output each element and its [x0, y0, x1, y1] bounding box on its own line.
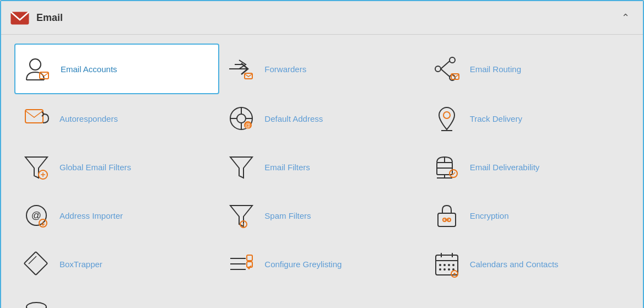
svg-text:@: @	[245, 122, 251, 128]
svg-marker-28	[230, 157, 252, 178]
email-accounts-icon	[22, 53, 53, 84]
address-importer-icon: @	[21, 200, 52, 231]
svg-point-9	[435, 66, 441, 72]
item-encryption[interactable]: Encryption	[425, 191, 630, 240]
svg-point-61	[439, 268, 441, 271]
svg-point-57	[439, 264, 441, 266]
item-configure-greylisting[interactable]: Configure Greylisting	[219, 240, 424, 288]
item-email-routing[interactable]: Email Routing	[425, 44, 630, 94]
forwarders-icon	[226, 53, 257, 84]
email-filters-icon	[226, 152, 257, 182]
boxtrapper-label: BoxTrapper	[59, 260, 102, 269]
global-email-filters-icon	[21, 152, 52, 182]
calendars-and-contacts-label: Calendars and Contacts	[470, 260, 559, 269]
panel-title: Email	[36, 12, 63, 24]
svg-marker-39	[230, 206, 252, 226]
panel-body: Email Accounts Forwarders	[1, 35, 643, 308]
item-email-filters[interactable]: Email Filters	[219, 143, 424, 191]
spam-filters-label: Spam Filters	[264, 211, 311, 220]
svg-line-11	[441, 69, 450, 77]
item-forwarders[interactable]: Forwarders	[219, 44, 424, 94]
address-importer-label: Address Importer	[59, 211, 123, 220]
autoresponders-icon	[21, 103, 52, 134]
item-boxtrapper[interactable]: BoxTrapper	[14, 240, 219, 288]
email-accounts-label: Email Accounts	[61, 64, 117, 74]
svg-rect-51	[247, 255, 252, 261]
item-email-accounts[interactable]: Email Accounts	[14, 44, 219, 94]
svg-point-1	[30, 59, 41, 70]
calendars-and-contacts-icon	[431, 248, 462, 279]
item-global-email-filters[interactable]: Global Email Filters	[14, 143, 219, 191]
item-default-address[interactable]: @ Default Address	[219, 94, 424, 143]
svg-point-15	[237, 114, 246, 123]
item-email-disk-usage[interactable]: Email Disk Usage	[14, 288, 219, 308]
collapse-button[interactable]: ⌃	[617, 9, 634, 26]
svg-point-60	[452, 264, 454, 266]
email-filters-label: Email Filters	[264, 163, 310, 172]
svg-point-66	[453, 273, 456, 275]
configure-greylisting-label: Configure Greylisting	[264, 260, 342, 269]
item-track-delivery[interactable]: Track Delivery	[425, 94, 630, 143]
global-email-filters-label: Global Email Filters	[59, 163, 131, 172]
forwarders-label: Forwarders	[264, 64, 306, 74]
item-autoresponders[interactable]: Autoresponders	[14, 94, 219, 143]
email-panel: Email ⌃ Email Accounts	[0, 0, 644, 308]
configure-greylisting-icon	[226, 248, 257, 279]
email-disk-usage-icon	[21, 297, 52, 308]
items-grid: Email Accounts Forwarders	[14, 44, 630, 308]
encryption-label: Encryption	[470, 211, 509, 220]
svg-point-67	[26, 302, 46, 308]
svg-point-62	[443, 268, 446, 271]
email-routing-label: Email Routing	[470, 64, 521, 74]
email-header-icon	[10, 8, 30, 28]
svg-rect-6	[245, 73, 252, 79]
svg-rect-46	[24, 252, 47, 275]
default-address-label: Default Address	[264, 114, 323, 123]
svg-rect-13	[25, 110, 43, 123]
item-address-importer[interactable]: @ Address Importer	[14, 191, 219, 240]
item-email-deliverability[interactable]: Email Deliverability	[425, 143, 630, 191]
email-deliverability-icon	[431, 152, 462, 182]
svg-point-22	[443, 112, 450, 118]
track-delivery-label: Track Delivery	[470, 114, 522, 123]
email-deliverability-label: Email Deliverability	[470, 163, 540, 172]
item-calendars-and-contacts[interactable]: Calendars and Contacts	[425, 240, 630, 288]
svg-point-63	[448, 268, 450, 271]
item-spam-filters[interactable]: ! Spam Filters	[219, 191, 424, 240]
encryption-icon	[431, 200, 462, 231]
svg-line-10	[441, 61, 450, 69]
svg-point-59	[448, 264, 450, 266]
panel-header-left: Email	[10, 8, 63, 28]
email-routing-icon	[431, 53, 462, 84]
default-address-icon: @	[226, 103, 257, 134]
panel-header: Email ⌃	[1, 1, 643, 35]
boxtrapper-icon	[21, 248, 52, 279]
autoresponders-label: Autoresponders	[59, 114, 118, 123]
svg-text:!: !	[243, 222, 245, 228]
track-delivery-icon	[431, 103, 462, 134]
svg-point-7	[450, 57, 455, 63]
svg-text:@: @	[31, 210, 41, 221]
svg-point-58	[443, 264, 446, 266]
spam-filters-icon: !	[226, 200, 257, 231]
